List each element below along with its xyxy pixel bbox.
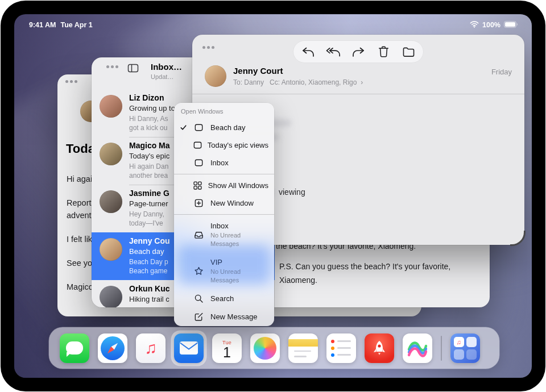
dock-icon-photos[interactable] — [250, 333, 280, 363]
window-controls-icon[interactable] — [65, 80, 77, 83]
to-label: To: Danny — [233, 78, 264, 86]
body-text: Hi agai — [67, 174, 92, 184]
dock-icon-drawing[interactable] — [403, 333, 432, 363]
app-library-grid: ♫ — [454, 337, 477, 360]
recipients-line[interactable]: To: Danny Cc: Antonio, Xiaomeng, Rigo › — [233, 78, 363, 86]
preview: got a kick ou — [129, 124, 167, 132]
menu-item-new-window[interactable]: New Window — [174, 194, 274, 212]
menu-header: Open Windows — [174, 103, 274, 119]
notes-header — [288, 339, 318, 347]
grid-icon — [192, 180, 205, 191]
screen: 9:41 AM Tue Apr 1 100% Today Hi agai Rep… — [14, 14, 532, 378]
body-text: I felt lik — [67, 235, 92, 244]
chevron-right-icon[interactable]: › — [361, 78, 363, 86]
menu-item-new-message[interactable]: New Message — [174, 307, 274, 326]
subject: Today's epic — [129, 152, 169, 160]
menu-item-todays-epic-views[interactable]: Today's epic views — [174, 136, 274, 154]
ipad-device: 9:41 AM Tue Apr 1 100% Today Hi agai Rep… — [1, 1, 545, 391]
preview: Beach Day p — [129, 258, 168, 266]
menu-separator — [174, 174, 274, 174]
inbox-tray-icon — [193, 230, 207, 240]
sender-name: Orkun Kuc — [129, 284, 170, 293]
sender-name: Liz Dizon — [129, 93, 164, 102]
menu-item-inbox-window[interactable]: Inbox — [174, 154, 274, 172]
forward-button[interactable] — [346, 42, 371, 61]
message-date: Friday — [491, 68, 512, 76]
new-window-icon — [193, 198, 207, 208]
body-text: See yo — [67, 258, 92, 268]
pinwheel-icon — [254, 337, 276, 360]
dock-icon-messages[interactable] — [60, 333, 89, 363]
status-bar-left: 9:41 AM Tue Apr 1 — [29, 21, 93, 29]
menu-item-show-all-windows[interactable]: Show All Windows — [174, 177, 274, 194]
avatar — [100, 238, 122, 261]
sender-name: Jenny Cou — [129, 236, 170, 245]
search-icon — [193, 293, 207, 304]
preview: another brea — [129, 172, 168, 180]
message-body-line: Xiaomeng. — [279, 276, 317, 285]
body-text: Magico — [67, 282, 93, 291]
window-controls-icon[interactable] — [202, 46, 214, 49]
preview: Hi Danny, As — [129, 115, 168, 123]
trash-icon — [378, 45, 390, 58]
avatar — [205, 65, 226, 87]
preview: Beach game — [129, 267, 167, 275]
dock-icon-reminders[interactable] — [326, 333, 356, 363]
reply-all-icon — [326, 46, 341, 58]
preview: Hey Danny, — [129, 210, 164, 218]
reply-icon — [301, 46, 315, 58]
color-swirl-icon — [406, 337, 429, 360]
body-text: Reporti — [67, 198, 93, 207]
calendar-day: 1 — [223, 345, 231, 360]
window-icon — [192, 140, 204, 151]
window-icon — [193, 157, 207, 168]
window-icon — [193, 122, 207, 133]
rocket-icon — [371, 340, 388, 357]
avatar — [100, 190, 122, 213]
forward-icon — [351, 46, 365, 58]
reply-all-button[interactable] — [321, 42, 346, 61]
trash-button[interactable] — [371, 42, 396, 61]
message-toolbar — [293, 41, 423, 62]
menu-item-vip-mailbox[interactable]: VIP No Unread Messages — [174, 253, 274, 289]
sender-name: Jasmine G — [129, 189, 169, 198]
status-time: 9:41 AM — [29, 21, 56, 29]
preview: today—I've — [129, 219, 163, 227]
cc-label: Cc: Antonio, Xiaomeng, Rigo — [270, 78, 357, 86]
avatar — [100, 95, 122, 118]
dock-icon-safari[interactable] — [98, 333, 127, 363]
battery-icon — [504, 21, 518, 30]
status-bar-right: 100% — [470, 20, 518, 30]
avatar — [100, 286, 122, 307]
subject: Page-turner — [129, 199, 168, 208]
menu-item-beach-day[interactable]: Beach day — [174, 119, 274, 136]
menu-item-inbox-mailbox[interactable]: Inbox No Unread Messages — [174, 216, 274, 253]
message-body-line: P.S. Can you guess the beach? It's your … — [279, 262, 450, 271]
battery-percent: 100% — [482, 21, 500, 29]
window-resize-handle[interactable] — [510, 231, 526, 246]
envelope-icon — [180, 341, 198, 355]
avatar — [100, 143, 122, 165]
open-windows-menu: Open Windows Beach day Today's epic view… — [174, 103, 274, 326]
wifi-icon — [470, 20, 479, 30]
dock-icon-calendar[interactable]: Tue 1 — [212, 333, 242, 363]
dock-icon-rocket[interactable] — [365, 333, 394, 363]
menu-item-search[interactable]: Search — [174, 289, 274, 307]
folder-icon — [402, 47, 415, 57]
subject: Beach day — [129, 247, 164, 256]
sender-name: Jenny Court — [233, 66, 283, 76]
dock: ♫ Tue 1 — [49, 327, 499, 369]
sender-name: Magico Ma — [129, 141, 170, 150]
folder-button[interactable] — [396, 42, 421, 61]
menu-separator — [174, 214, 274, 215]
dock-icon-app-library[interactable]: ♫ — [450, 333, 480, 363]
reply-button[interactable] — [296, 42, 321, 61]
compass-icon — [101, 336, 125, 360]
subject: Hiking trail c — [129, 295, 169, 303]
dock-icon-notes[interactable] — [288, 333, 318, 363]
dock-icon-mail[interactable] — [174, 333, 204, 363]
dock-icon-music[interactable]: ♫ — [136, 333, 166, 363]
dock-divider — [441, 336, 442, 361]
preview: Hi again Dan — [129, 162, 168, 170]
compose-icon — [193, 311, 207, 322]
